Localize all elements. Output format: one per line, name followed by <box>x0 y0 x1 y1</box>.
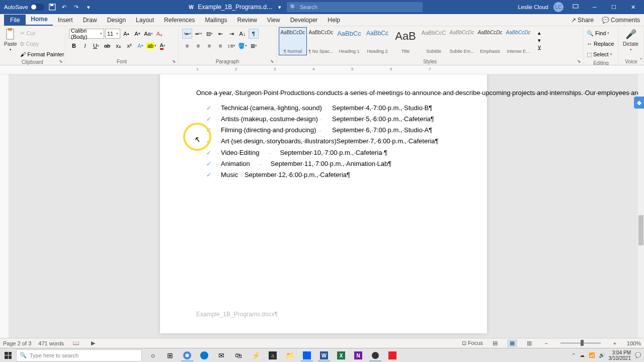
zoom-in-icon[interactable]: + <box>610 339 620 347</box>
obs-icon[interactable] <box>367 349 383 361</box>
increase-indent-button[interactable]: ⇥ <box>226 29 236 39</box>
style-item[interactable]: AaBbCcHeading 2 <box>363 27 391 55</box>
user-avatar[interactable]: LC <box>553 2 564 12</box>
select-button[interactable]: ⬚Select▾ <box>587 49 619 59</box>
redo-icon[interactable]: ↷ <box>72 3 80 11</box>
document-area[interactable]: Once·a·year,·Sturgeon·Point·Productions·… <box>9 74 638 348</box>
volume-icon[interactable]: 🔊 <box>599 352 605 358</box>
grow-font-button[interactable]: A▴ <box>121 29 131 39</box>
tab-help[interactable]: Help <box>323 15 345 26</box>
align-left-button[interactable]: ≡ <box>182 41 192 51</box>
read-mode-icon[interactable]: ▤ <box>490 339 500 347</box>
tab-review[interactable]: Review <box>232 15 262 26</box>
cloud-icon[interactable]: ☁ <box>580 352 585 358</box>
styles-expand-icon[interactable]: ⊻ <box>534 44 544 51</box>
tab-design[interactable]: Design <box>102 15 131 26</box>
tab-developer[interactable]: Developer <box>285 15 323 26</box>
chrome-icon[interactable] <box>179 349 195 361</box>
minimize-icon[interactable]: ─ <box>588 0 602 14</box>
dialog-launcher-icon[interactable]: ⬊ <box>577 59 582 64</box>
app-icon[interactable]: ⚡ <box>248 349 264 361</box>
font-size-combo[interactable]: 11▾ <box>105 29 120 39</box>
style-item[interactable]: AaBbCcDc¶ Normal <box>279 27 307 55</box>
comments-button[interactable]: 💬Comments <box>598 15 644 26</box>
dialog-launcher-icon[interactable]: ⬊ <box>172 59 177 64</box>
underline-button[interactable]: U▾ <box>91 41 101 51</box>
line-spacing-button[interactable]: ↕≡▾ <box>226 41 236 51</box>
italic-button[interactable]: I <box>80 41 90 51</box>
collapse-ribbon-icon[interactable]: ⌃ <box>639 57 643 63</box>
ribbon-options-icon[interactable] <box>569 0 583 14</box>
search-bar[interactable]: 🔍 Search <box>287 2 423 12</box>
show-marks-button[interactable]: ¶ <box>249 29 259 39</box>
vertical-ruler[interactable] <box>0 74 9 348</box>
decrease-indent-button[interactable]: ⇤ <box>215 29 225 39</box>
cortana-icon[interactable]: ○ <box>145 349 161 361</box>
style-gallery[interactable]: AaBbCcDc¶ NormalAaBbCcDc¶ No Spac...AaBb… <box>279 27 532 55</box>
tab-mailings[interactable]: Mailings <box>200 15 232 26</box>
word-count[interactable]: 471 words <box>38 340 64 346</box>
macro-icon[interactable]: ▶ <box>88 339 98 347</box>
text-effects-button[interactable]: A▾ <box>135 41 145 51</box>
multilevel-button[interactable]: ⊟▾ <box>204 29 214 39</box>
acrobat-icon[interactable] <box>384 349 400 361</box>
style-item[interactable]: AaBbCcCSubtitle <box>420 27 448 55</box>
tray-expand-icon[interactable]: ⌃ <box>572 352 576 358</box>
dropbox-badge-icon[interactable]: ◆ <box>634 97 644 109</box>
style-item[interactable]: AaBbCcDc¶ No Spac... <box>307 27 335 55</box>
tab-references[interactable]: References <box>159 15 200 26</box>
subscript-button[interactable]: x₂ <box>113 41 123 51</box>
start-button[interactable] <box>0 348 16 363</box>
wifi-icon[interactable]: 📶 <box>589 352 595 358</box>
style-item[interactable]: AaBbCcHeading 1 <box>335 27 363 55</box>
notification-icon[interactable]: 💬 <box>635 352 641 358</box>
task-view-icon[interactable]: ⊞ <box>162 349 178 361</box>
focus-mode[interactable]: ⊡Focus <box>462 340 483 346</box>
shading-button[interactable]: 🪣▾ <box>237 41 248 51</box>
file-explorer-icon[interactable]: 📁 <box>282 349 298 361</box>
web-layout-icon[interactable]: ▥ <box>524 339 534 347</box>
share-button[interactable]: ↗Share <box>567 15 598 26</box>
tab-layout[interactable]: Layout <box>131 15 159 26</box>
tab-file[interactable]: File <box>4 15 26 26</box>
find-button[interactable]: 🔍Find▾ <box>587 28 619 38</box>
store-icon[interactable]: 🛍 <box>230 349 247 361</box>
scrollbar-thumb[interactable] <box>638 215 643 245</box>
taskbar-search[interactable]: 🔍Type here to search <box>16 349 142 361</box>
page-count[interactable]: Page 2 of 3 <box>3 340 31 346</box>
align-center-button[interactable]: ≡ <box>193 41 203 51</box>
justify-button[interactable]: ≡ <box>215 41 225 51</box>
numbering-button[interactable]: ≕▾ <box>193 29 203 39</box>
replace-button[interactable]: ↔Replace <box>587 39 619 49</box>
paste-button[interactable]: Paste▾ <box>2 27 19 53</box>
font-name-combo[interactable]: Calibri (Body)▾ <box>69 29 104 39</box>
undo-icon[interactable]: ↶ <box>60 3 68 11</box>
dictate-button[interactable]: 🎤 Dictate▾ <box>621 27 640 53</box>
styles-more-icon[interactable]: ▴ <box>534 29 544 36</box>
qat-more-icon[interactable]: ▾ <box>85 3 93 11</box>
amazon-icon[interactable]: a <box>265 349 281 361</box>
autosave-toggle[interactable]: AutoSave <box>4 4 44 11</box>
user-name[interactable]: Leslie Cloud <box>518 4 548 10</box>
align-right-button[interactable]: ≡ <box>204 41 214 51</box>
style-item[interactable]: AaBbCcDcIntense E... <box>504 27 532 55</box>
style-item[interactable]: AaBbCcDcEmphasis <box>476 27 504 55</box>
strikethrough-button[interactable]: ab <box>102 41 112 51</box>
print-layout-icon[interactable]: ▦ <box>507 339 517 347</box>
dialog-launcher-icon[interactable]: ⬊ <box>270 59 275 64</box>
style-item[interactable]: AaBbCcDcSubtle Em... <box>448 27 476 55</box>
copy-button[interactable]: ⧉Copy <box>20 39 60 49</box>
format-painter-button[interactable]: 🖌Format Painter <box>20 49 65 59</box>
change-case-button[interactable]: Aa▾ <box>143 29 153 39</box>
excel-icon[interactable]: X <box>333 349 349 361</box>
bold-button[interactable]: B <box>69 41 79 51</box>
styles-more-icon[interactable]: ▾ <box>534 37 544 44</box>
borders-button[interactable]: ⊞▾ <box>249 41 259 51</box>
word-icon[interactable]: W <box>316 349 332 361</box>
tab-insert[interactable]: Insert <box>53 15 78 26</box>
style-item[interactable]: AaBTitle <box>391 27 420 55</box>
tab-view[interactable]: View <box>262 15 285 26</box>
clock[interactable]: 3:04 PM 3/10/2021 <box>609 350 631 361</box>
superscript-button[interactable]: x² <box>124 41 134 51</box>
dialog-launcher-icon[interactable]: ⬊ <box>59 59 64 64</box>
